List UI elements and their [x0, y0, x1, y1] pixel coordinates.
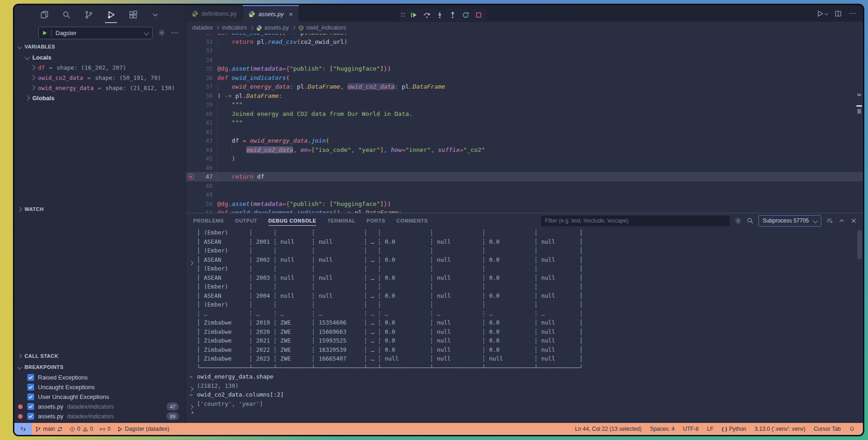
code-line[interactable]: 45 )	[186, 154, 863, 163]
line-gutter[interactable]: 41	[186, 118, 213, 127]
panel-tab-comments[interactable]: COMMENTS	[397, 215, 428, 226]
repl-prompt[interactable]: ›	[186, 408, 863, 417]
code-line[interactable]: 34	[186, 55, 863, 65]
branch-indicator[interactable]: main	[32, 426, 66, 432]
panel-tab-debug-console[interactable]: DEBUG CONSOLE	[269, 215, 317, 226]
language-mode[interactable]: { } Python	[718, 426, 751, 432]
chevron-right-icon[interactable]	[189, 402, 193, 411]
debug-config-select[interactable]: Dagster	[38, 27, 153, 39]
console-table-row[interactable]: └──────────────┴──────┴──────────┴──────…	[186, 363, 863, 373]
clear-console-icon[interactable]	[826, 217, 833, 224]
problems-indicator[interactable]: 0 0	[66, 426, 96, 432]
encoding-setting[interactable]: UTF-8	[679, 426, 703, 432]
step-out-button[interactable]	[447, 9, 458, 20]
code-editor[interactable]: 24def owid_co2_data() -> pl.DataFrame:32…	[186, 34, 863, 213]
code-line[interactable]: 51def world_development_indicators() -> …	[186, 208, 863, 213]
code-line[interactable]: 49	[186, 190, 863, 199]
line-gutter[interactable]: 49	[186, 190, 213, 199]
cursor-position[interactable]: Ln 44, Col 22 (13 selected)	[571, 426, 646, 432]
code-line[interactable]: 24def owid_co2_data() -> pl.DataFrame:	[186, 34, 863, 37]
overview-ruler[interactable]	[856, 34, 863, 213]
console-settings-gear-icon[interactable]	[734, 217, 742, 224]
repl-output-line[interactable]: ['country', 'year']	[186, 399, 863, 409]
breakpoint-toggle[interactable]: Raised Exceptions	[14, 373, 185, 382]
panel-tab-ports[interactable]: PORTS	[367, 215, 385, 226]
line-gutter[interactable]: 40	[186, 109, 213, 119]
code-line[interactable]: 32 return pl.read_csv(co2_owid_url)	[186, 37, 863, 47]
breakpoint-toggle[interactable]: User Uncaught Exceptions	[14, 392, 185, 402]
line-gutter[interactable]: 35	[186, 64, 213, 73]
code-line[interactable]: 50@dg.asset(metadata={"publish": ["huggi…	[186, 199, 863, 209]
line-gutter[interactable]: 24	[186, 34, 213, 37]
panel-scrollbar[interactable]	[857, 230, 862, 259]
console-table-row[interactable]: │ Zimbabwe ┆ 2019 ┆ ZWE ┆ 15354606 ┆ … ┆…	[186, 318, 863, 327]
console-table-row[interactable]: │ (Ember) ┆ ┆ ┆ ┆ ┆ ┆ ┆ ┆ │	[186, 300, 863, 309]
console-table-row[interactable]: │ (Ember) ┆ ┆ ┆ ┆ ┆ ┆ ┆ ┆ │	[186, 246, 863, 255]
restart-button[interactable]	[460, 9, 471, 20]
variable-item[interactable]: owid_co2_data=shape: (50_191, 79)	[14, 72, 185, 83]
breakpoints-header[interactable]: BREAKPOINTS	[14, 362, 185, 373]
indentation-setting[interactable]: Spaces: 4	[646, 426, 679, 432]
code-line[interactable]: 41 """	[186, 118, 863, 127]
code-line[interactable]: 33	[186, 46, 863, 55]
breakpoint-toggle[interactable]: Uncaught Exceptions	[14, 382, 185, 392]
console-table-row[interactable]: │ ASEAN ┆ 2002 ┆ null ┆ null ┆ … ┆ 0.0 ┆…	[186, 255, 863, 265]
breakpoint-entry[interactable]: assets.pydatadex/indicators89	[14, 411, 185, 421]
line-gutter[interactable]: 32	[186, 37, 213, 47]
repl-input-line[interactable]: →owid_co2_data.columns[:2]	[186, 390, 863, 399]
panel-tab-problems[interactable]: PROBLEMS	[193, 215, 224, 226]
search-icon[interactable]	[61, 10, 72, 20]
extensions-icon[interactable]	[128, 10, 138, 20]
console-table-row[interactable]: │ ASEAN ┆ 2001 ┆ null ┆ null ┆ … ┆ 0.0 ┆…	[186, 237, 863, 247]
line-gutter[interactable]: 46	[186, 163, 213, 173]
variable-item[interactable]: owid_energy_data=shape: (21_812, 130)	[14, 83, 185, 93]
line-gutter[interactable]: 39	[186, 100, 213, 109]
breadcrumb-item-assets-py[interactable]: assets.py	[256, 24, 289, 31]
checkbox-checked[interactable]	[27, 374, 34, 381]
debug-console-output[interactable]: │ (Ember) ┆ ┆ ┆ ┆ ┆ ┆ ┆ ┆ ││ ASEAN ┆ 200…	[186, 228, 863, 423]
code-line[interactable]: 46	[186, 163, 863, 173]
line-gutter[interactable]: 45	[186, 154, 213, 163]
repl-input-line[interactable]: →owid_energy_data.shape	[186, 372, 863, 381]
notifications-bell[interactable]	[845, 426, 859, 432]
variables-header[interactable]: VARIABLES	[14, 41, 185, 52]
line-gutter[interactable]: 51	[186, 208, 213, 213]
checkbox-checked[interactable]	[27, 413, 34, 420]
breadcrumb-item-owid-indicators[interactable]: owid_indicators	[298, 24, 346, 31]
continue-button[interactable]	[408, 9, 419, 20]
split-editor-icon[interactable]	[834, 10, 842, 18]
python-interpreter[interactable]: 3.13.0 ('.venv': venv)	[751, 426, 810, 432]
debug-target-indicator[interactable]: Dagster (datadex)	[114, 426, 172, 432]
locals-scope[interactable]: Locals	[14, 52, 185, 62]
console-filter-input[interactable]	[541, 216, 730, 226]
console-table-row[interactable]: │ … ┆ … ┆ … ┆ … ┆ … ┆ … ┆ … ┆ … ┆ … │	[186, 309, 863, 319]
checkbox-checked[interactable]	[27, 393, 34, 400]
line-gutter[interactable]: 44	[186, 145, 213, 155]
line-gutter[interactable]: 34	[186, 55, 213, 65]
stop-button[interactable]	[473, 9, 484, 20]
console-table-row[interactable]: │ (Ember) ┆ ┆ ┆ ┆ ┆ ┆ ┆ ┆ │	[186, 264, 863, 273]
close-panel-icon[interactable]	[850, 217, 857, 224]
close-tab-icon[interactable]: ×	[289, 11, 293, 18]
code-line[interactable]: 43 df = owid_energy_data.join(	[186, 136, 863, 145]
line-gutter[interactable]: 38	[186, 91, 213, 101]
console-table-row[interactable]: │ Zimbabwe ┆ 2021 ┆ ZWE ┆ 15993525 ┆ … ┆…	[186, 336, 863, 345]
drag-handle[interactable]	[401, 11, 405, 18]
start-debug-icon[interactable]	[42, 30, 48, 36]
console-table-row[interactable]: │ ASEAN ┆ 2003 ┆ null ┆ null ┆ … ┆ 0.0 ┆…	[186, 273, 863, 283]
run-python-file-button[interactable]	[816, 10, 828, 18]
breakpoint-entry[interactable]: assets.pydatadex/indicators47	[14, 402, 185, 411]
watch-header[interactable]: WATCH	[14, 204, 185, 215]
breadcrumb-item-datadex[interactable]: datadex	[192, 24, 213, 31]
debug-settings-gear-icon[interactable]	[158, 29, 165, 36]
line-gutter[interactable]: 42	[186, 127, 213, 137]
files-icon[interactable]	[39, 10, 49, 20]
remote-indicator[interactable]	[14, 423, 32, 435]
call-stack-header[interactable]: CALL STACK	[14, 350, 185, 362]
source-control-icon[interactable]	[84, 10, 94, 20]
code-line[interactable]: 35@dg.asset(metadata={"publish": ["huggi…	[186, 64, 863, 73]
tab-assets-py[interactable]: assets.py ×	[243, 5, 299, 22]
variable-item[interactable]: df=shape: (16_202, 207)	[14, 62, 185, 72]
checkbox-checked[interactable]	[27, 403, 34, 410]
code-line[interactable]: 38) -> pl.DataFrame:	[186, 91, 863, 101]
